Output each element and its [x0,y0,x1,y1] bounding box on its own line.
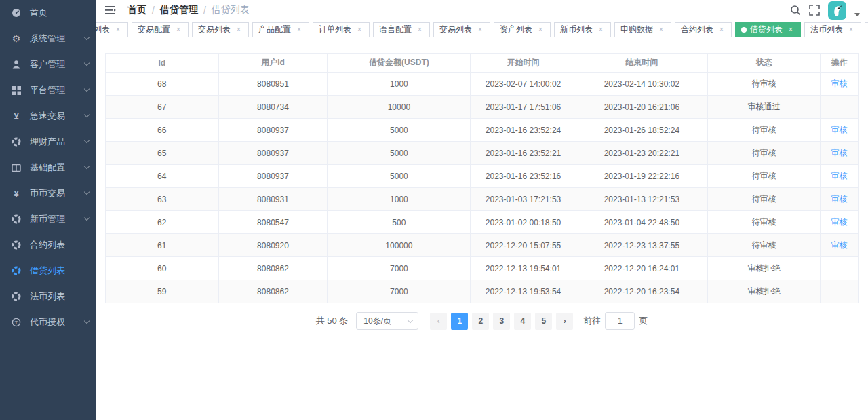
tab-item[interactable]: 交易列表× [192,22,249,37]
tab-item[interactable]: 列表× [96,22,128,37]
tab-item[interactable]: 申购数据× [614,22,671,37]
cell-id: 66 [106,119,219,142]
cell-end-time: 2023-01-26 18:52:24 [576,119,707,142]
fullscreen-icon[interactable] [809,5,820,16]
sidebar-item-label: 系统管理 [30,33,65,45]
sidebar-item-wealth[interactable]: 理财产品 [0,129,96,155]
sidebar-item-new-coin[interactable]: 新币管理 [0,206,96,232]
tab-item[interactable]: 新币列表× [554,22,611,37]
tab-item[interactable]: 法币列表× [804,22,861,37]
sidebar-item-system[interactable]: ⚙系统管理 [0,26,96,52]
cell-id: 59 [106,280,219,303]
cell-status: 待审核 [707,165,821,188]
cell-action: 审核 [821,165,859,188]
tab-close-icon[interactable]: × [717,26,726,34]
tab-close-icon[interactable]: × [235,26,243,34]
chevron-down-icon [84,60,90,66]
goto-page-input[interactable] [605,312,635,330]
review-link[interactable]: 审核 [831,194,848,204]
sidebar-item-basic-config[interactable]: 基础配置 [0,155,96,180]
prev-page-button[interactable]: ‹ [430,313,447,330]
table-header-row: Id用户id借贷金额(USDT)开始时间结束时间状态操作 [106,54,859,73]
cell-end-time: 2022-12-20 16:24:01 [576,257,707,280]
chevron-down-icon [84,86,90,92]
app-root: 首页⚙系统管理客户管理平台管理¥急速交易理财产品基础配置¥币币交易新币管理合约列… [0,0,868,420]
tab-close-icon[interactable]: × [355,26,363,34]
sidebar-item-loan-list[interactable]: 借贷列表 [0,258,96,284]
table-row: 63808093110002023-01-03 17:21:532023-01-… [106,188,859,211]
table-row: 60808086270002022-12-13 19:54:012022-12-… [106,257,859,280]
tab-item[interactable]: 代币列表× [865,22,868,37]
tab-item[interactable]: 订单列表× [313,22,370,37]
gear-icon: ⚙ [11,33,22,44]
cell-user-id: 8080937 [218,165,328,188]
page-button[interactable]: 1 [451,313,468,330]
cell-start-time: 2023-01-16 23:52:24 [471,119,576,142]
tab-active[interactable]: 借贷列表× [735,22,801,37]
goto-suffix: 页 [639,315,648,327]
tab-label: 合约列表 [681,24,713,35]
tab-item[interactable]: 合约列表× [675,22,732,37]
sidebar-item-label: 法币列表 [30,290,65,303]
tab-close-icon[interactable]: × [476,26,484,34]
sidebar-item-fiat-list[interactable]: 法币列表 [0,284,96,309]
circle-icon [11,265,22,276]
sidebar-item-label: 代币授权 [30,316,65,328]
column-header: 操作 [821,54,859,73]
review-link[interactable]: 审核 [831,240,848,250]
cell-user-id: 8080920 [218,234,328,257]
tab-close-icon[interactable]: × [295,26,303,34]
review-link[interactable]: 审核 [831,171,848,180]
breadcrumb-separator: / [203,5,206,16]
sidebar-item-token-auth[interactable]: T代币授权 [0,309,96,335]
cell-amount: 1000 [328,73,471,96]
tab-close-icon[interactable]: × [597,26,605,34]
sidebar-item-platform[interactable]: 平台管理 [0,77,96,103]
review-link[interactable]: 审核 [831,148,848,157]
tab-close-icon[interactable]: × [847,26,855,34]
pager: 12345 [449,313,554,330]
tab-close-icon[interactable]: × [174,26,182,34]
breadcrumb: 首页/借贷管理/借贷列表 [127,4,250,16]
review-link[interactable]: 审核 [831,79,848,88]
tab-close-icon[interactable]: × [114,26,122,34]
cell-id: 65 [106,142,219,165]
tab-item[interactable]: 资产列表× [494,22,551,37]
tab-label: 新币列表 [560,24,593,35]
user-avatar[interactable] [828,1,846,20]
caret-down-icon[interactable] [854,13,860,16]
sidebar-item-label: 客户管理 [30,58,65,71]
sidebar-item-contract-list[interactable]: 合约列表 [0,232,96,258]
sidebar-item-coin-trade[interactable]: ¥币币交易 [0,180,96,206]
review-link[interactable]: 审核 [831,217,848,227]
tab-label: 交易列表 [439,24,472,35]
tab-close-icon[interactable]: × [416,26,424,34]
tab-item[interactable]: 交易配置× [132,22,189,37]
cell-user-id: 8080937 [218,119,328,142]
tab-item[interactable]: 语言配置× [373,22,430,37]
page-size-select[interactable]: 10条/页 [356,312,418,330]
tab-close-icon[interactable]: × [657,26,665,34]
sidebar-item-customer[interactable]: 客户管理 [0,52,96,77]
tab-close-icon[interactable]: × [536,26,545,34]
tab-label: 借贷列表 [750,24,783,35]
search-icon[interactable] [790,5,801,16]
breadcrumb-item[interactable]: 首页 [127,4,146,16]
page-button[interactable]: 3 [493,313,510,330]
review-link[interactable]: 审核 [831,125,848,134]
tab-close-icon[interactable]: × [787,26,795,34]
breadcrumb-item[interactable]: 借贷管理 [160,4,198,16]
sidebar-item-home[interactable]: 首页 [0,0,96,26]
next-page-button[interactable]: › [556,313,573,330]
page-button[interactable]: 4 [514,313,531,330]
page-button[interactable]: 2 [472,313,489,330]
sidebar-item-label: 币币交易 [30,187,65,199]
sidebar-item-fast-trade[interactable]: ¥急速交易 [0,103,96,129]
page-button[interactable]: 5 [535,313,552,330]
cell-status: 审核拒绝 [707,280,821,303]
circle-icon [11,214,22,225]
tab-item[interactable]: 交易列表× [433,22,490,37]
hamburger-icon[interactable] [105,5,117,15]
active-tab-dot [741,27,747,33]
tab-item[interactable]: 产品配置× [252,22,309,37]
